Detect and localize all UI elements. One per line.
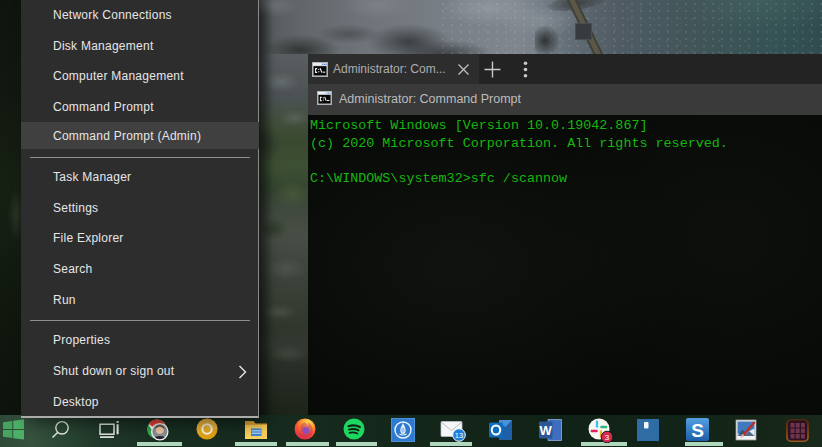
svg-text:W: W (540, 423, 553, 438)
svg-text:3: 3 (605, 433, 610, 442)
svg-text:S: S (691, 420, 704, 441)
svg-text:13: 13 (455, 431, 463, 440)
